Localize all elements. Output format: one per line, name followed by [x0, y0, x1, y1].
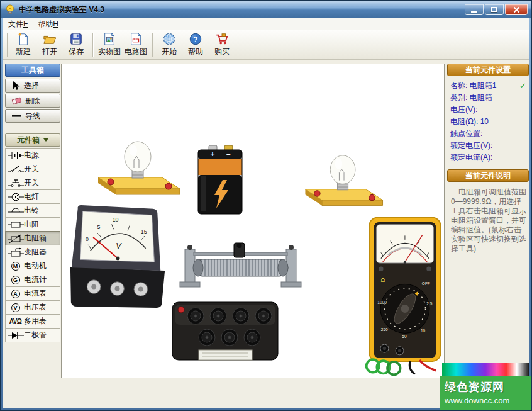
light-bulb-component[interactable]: [299, 154, 389, 213]
svg-text:15: 15: [141, 228, 147, 235]
component-description-text: 电阻箱可调阻值范围0—9999.9Ω，用选择工具右击电阻箱可显示电阻箱设置窗口，…: [447, 186, 529, 254]
svg-text:5: 5: [97, 224, 101, 230]
maximize-icon: [491, 7, 497, 12]
new-button[interactable]: 新建: [10, 31, 36, 58]
svg-text:?: ?: [193, 35, 197, 44]
field-rated-voltage: 额定电压(V):: [447, 140, 529, 152]
component-item-bell[interactable]: 电铃: [5, 203, 60, 218]
field-contact-position: 触点位置:: [447, 128, 529, 140]
physical-view-button[interactable]: 实物图: [96, 31, 123, 58]
title-bar[interactable]: 中学电路虚拟实验室 V4.3: [1, 1, 531, 18]
svg-text:OFF: OFF: [422, 281, 430, 286]
light-bulb-component[interactable]: [92, 140, 186, 202]
component-item-motor[interactable]: M 电动机: [5, 259, 60, 273]
resistor-symbol-icon: [7, 220, 24, 230]
tool-delete-button[interactable]: 删除: [5, 94, 60, 108]
field-name: 名称: 电阻箱1 ✓: [447, 81, 529, 93]
component-item-resistor[interactable]: 电阻: [5, 217, 60, 232]
buy-cart-icon: [214, 32, 230, 46]
component-item-resistance-box[interactable]: 电阻箱: [5, 231, 60, 245]
rheostat-symbol-icon: [7, 247, 24, 257]
color-spectrum-bar: [442, 363, 529, 376]
circuit-view-icon: [128, 32, 143, 46]
chevron-down-icon: [43, 138, 48, 142]
app-window: 中学电路虚拟实验室 V4.3 文件F 帮助H: [0, 0, 532, 411]
menu-bar: 文件F 帮助H: [3, 18, 529, 30]
window-title: 中学电路虚拟实验室 V4.3: [19, 4, 104, 15]
push-switch-symbol-icon: [7, 178, 24, 188]
component-item-diode[interactable]: 二极管: [5, 328, 60, 342]
component-item-ammeter[interactable]: A 电流表: [5, 286, 60, 301]
component-box-header[interactable]: 元件箱: [5, 133, 60, 147]
toolbox-header: 工具箱: [5, 64, 60, 77]
watermark-url: www.downcc.com: [445, 396, 529, 405]
menu-file[interactable]: 文件F: [3, 18, 33, 30]
ammeter-symbol-icon: A: [7, 290, 24, 298]
power-symbol-icon: [7, 150, 24, 160]
svg-text:2.5: 2.5: [426, 301, 432, 306]
app-icon: [4, 4, 16, 15]
multimeter-symbol-icon: AVΩ: [7, 318, 24, 325]
tool-wire-button[interactable]: 导线: [5, 109, 60, 123]
field-voltage: 电压(V):: [447, 104, 529, 116]
svg-text:10: 10: [113, 217, 119, 223]
field-rated-current: 额定电流(A):: [447, 152, 529, 164]
resistance-box-symbol-icon: [7, 234, 24, 244]
cursor-arrow-icon: [11, 81, 21, 91]
client-area: 文件F 帮助H 新建 打开: [3, 18, 529, 408]
save-button[interactable]: 保存: [63, 31, 89, 58]
minimize-icon: [471, 11, 477, 13]
component-item-power[interactable]: 电源: [5, 148, 60, 162]
svg-text:+: +: [210, 150, 214, 159]
field-resistance: 电阻(Ω): 10: [447, 116, 529, 128]
component-item-rheostat[interactable]: 变阻器: [5, 245, 60, 259]
diode-symbol-icon: [7, 330, 24, 341]
tool-select-button[interactable]: 选择: [5, 79, 60, 93]
multimeter-component[interactable]: Ω OFF 1000 250 50 10 2.5: [363, 213, 445, 378]
galvanometer-symbol-icon: G: [7, 276, 24, 284]
svg-text:1000: 1000: [377, 300, 387, 305]
help-icon: ?: [188, 32, 203, 46]
rheostat-coil-component[interactable]: [176, 242, 305, 295]
circuit-view-button[interactable]: 电路图: [123, 31, 149, 58]
physical-view-icon: [102, 32, 117, 46]
open-button[interactable]: 打开: [36, 31, 63, 58]
svg-text:250: 250: [381, 327, 388, 332]
svg-text:−: −: [226, 150, 230, 159]
toolbar-separator: [92, 33, 93, 57]
start-globe-icon: [162, 32, 177, 46]
toolbar-separator: [152, 33, 153, 57]
battery-component[interactable]: + −: [195, 145, 245, 220]
knife-switch-symbol-icon: [7, 164, 24, 174]
save-disk-icon: [69, 32, 84, 46]
buy-button[interactable]: 购买: [209, 31, 235, 58]
help-button[interactable]: ? 帮助: [182, 31, 209, 58]
right-panel: 当前元件设置 名称: 电阻箱1 ✓ 类别: 电阻箱 电压(V): 电阻(Ω): …: [447, 64, 529, 254]
component-item-multimeter[interactable]: AVΩ 多用表: [5, 314, 60, 329]
analog-voltmeter-component[interactable]: 0 5 10 15 V: [67, 201, 169, 312]
open-folder-icon: [42, 32, 57, 46]
menu-help[interactable]: 帮助H: [33, 18, 64, 30]
svg-text:10: 10: [421, 329, 426, 333]
maximize-button[interactable]: [485, 4, 504, 15]
close-button[interactable]: [505, 4, 528, 15]
component-item-pushswitch[interactable]: 开关: [5, 176, 60, 190]
component-item-switch[interactable]: 开关: [5, 162, 60, 176]
confirm-check-icon[interactable]: ✓: [519, 81, 526, 91]
close-icon: [513, 6, 520, 13]
component-item-voltmeter[interactable]: V 电压表: [5, 300, 60, 315]
resistance-box-component[interactable]: [167, 295, 284, 373]
start-button[interactable]: 开始: [156, 31, 182, 58]
component-item-galvanometer[interactable]: G 电流计: [5, 273, 60, 287]
svg-text:0: 0: [86, 236, 89, 242]
minimize-button[interactable]: [465, 4, 484, 15]
motor-symbol-icon: M: [7, 262, 24, 271]
toolbar-grip: [6, 33, 8, 57]
voltmeter-symbol-icon: V: [7, 303, 24, 312]
component-item-lamp[interactable]: 电灯: [5, 189, 60, 204]
wire-line-icon: [11, 111, 22, 121]
component-list: 电源 开关: [5, 148, 60, 342]
watermark: 绿色资源网 www.downcc.com: [440, 376, 531, 410]
toolbar: 新建 打开 保存: [3, 30, 529, 60]
experiment-canvas[interactable]: + −: [61, 64, 445, 378]
